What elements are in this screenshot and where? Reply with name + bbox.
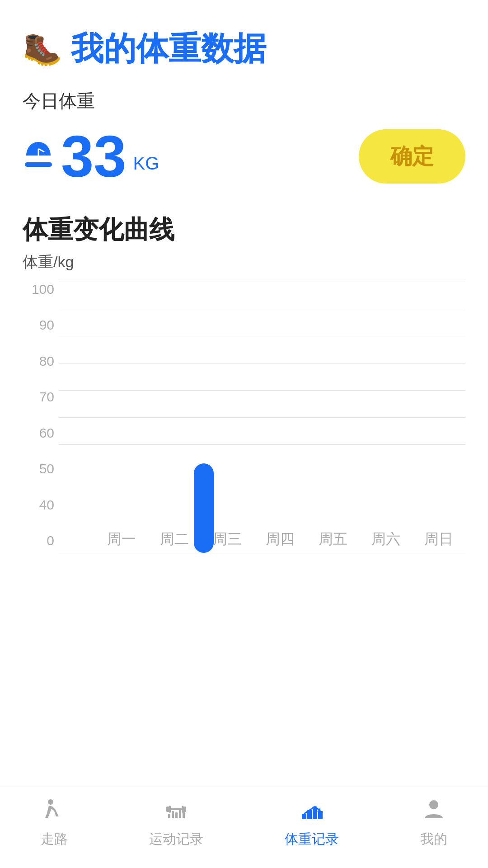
grid-lines (59, 282, 465, 553)
weight-display: 33 KG (23, 127, 159, 186)
confirm-button[interactable]: 确定 (359, 129, 465, 184)
nav-label-weight: 体重记录 (285, 830, 339, 849)
today-label: 今日体重 (23, 89, 465, 113)
grid-0 (59, 553, 465, 553)
y-label-50: 50 (23, 461, 59, 476)
x-label-wed: 周三 (201, 529, 253, 549)
y-axis-labels: 0 40 50 60 70 80 90 100 (23, 282, 59, 553)
y-label-70: 70 (23, 389, 59, 405)
weight-nav-icon (300, 797, 324, 826)
profile-icon (422, 797, 446, 826)
grid-60 (59, 390, 465, 391)
svg-rect-9 (168, 814, 170, 818)
svg-point-19 (429, 800, 438, 809)
exercise-icon (164, 797, 188, 826)
x-label-sat: 周六 (360, 529, 413, 549)
svg-rect-8 (182, 806, 183, 813)
today-weight-section: 今日体重 33 KG 确定 (0, 80, 488, 195)
page: 🥾 我的体重数据 今日体重 33 KG 确定 (0, 0, 488, 868)
y-label-100: 100 (23, 282, 59, 297)
svg-rect-12 (179, 810, 181, 818)
y-label-90: 90 (23, 317, 59, 333)
grid-100 (59, 282, 465, 282)
weight-row: 33 KG 确定 (23, 123, 465, 190)
x-label-fri: 周五 (307, 529, 360, 549)
chart-section: 体重变化曲线 体重/kg 0 40 50 60 70 80 90 100 (0, 195, 488, 589)
weight-scale-icon (23, 137, 54, 175)
nav-item-profile[interactable]: 我的 (420, 797, 447, 849)
chart-area: 周一 周二 周三 周四 周五 周六 周日 (59, 282, 465, 553)
weight-unit: KG (133, 153, 160, 174)
grid-40 (59, 444, 465, 445)
x-label-mon: 周一 (95, 529, 148, 549)
svg-rect-0 (25, 162, 52, 167)
svg-rect-7 (169, 806, 171, 813)
svg-rect-17 (318, 811, 323, 819)
x-axis-labels: 周一 周二 周三 周四 周五 周六 周日 (95, 526, 465, 553)
nav-label-walk: 走路 (41, 830, 68, 849)
x-label-thu: 周四 (253, 529, 306, 549)
nav-item-weight[interactable]: 体重记录 (285, 797, 339, 849)
chart-ylabel: 体重/kg (23, 252, 465, 273)
nav-label-profile: 我的 (420, 830, 447, 849)
x-label-tue: 周二 (148, 529, 201, 549)
y-label-0: 0 (23, 533, 59, 548)
page-title: 我的体重数据 (71, 27, 266, 71)
bottom-nav: 走路 运动记录 (0, 787, 488, 868)
chart-container: 0 40 50 60 70 80 90 100 (23, 282, 465, 580)
svg-rect-11 (175, 812, 178, 818)
y-label-80: 80 (23, 354, 59, 369)
spacer (0, 589, 488, 787)
nav-item-walk[interactable]: 走路 (41, 797, 68, 849)
grid-90 (59, 309, 465, 309)
grid-50 (59, 417, 465, 418)
y-label-60: 60 (23, 425, 59, 441)
x-label-sun: 周日 (413, 529, 465, 549)
y-label-40: 40 (23, 497, 59, 513)
grid-70 (59, 363, 465, 363)
header-icon: 🥾 (23, 30, 62, 67)
nav-label-exercise: 运动记录 (149, 830, 203, 849)
header: 🥾 我的体重数据 (0, 0, 488, 80)
chart-title: 体重变化曲线 (23, 213, 465, 247)
walk-icon (42, 797, 66, 826)
svg-rect-6 (170, 808, 183, 810)
svg-point-3 (48, 799, 53, 805)
svg-rect-13 (183, 812, 185, 818)
grid-80 (59, 336, 465, 336)
nav-item-exercise[interactable]: 运动记录 (149, 797, 203, 849)
weight-value: 33 (61, 127, 127, 186)
svg-rect-14 (302, 814, 306, 819)
svg-rect-10 (172, 811, 174, 818)
